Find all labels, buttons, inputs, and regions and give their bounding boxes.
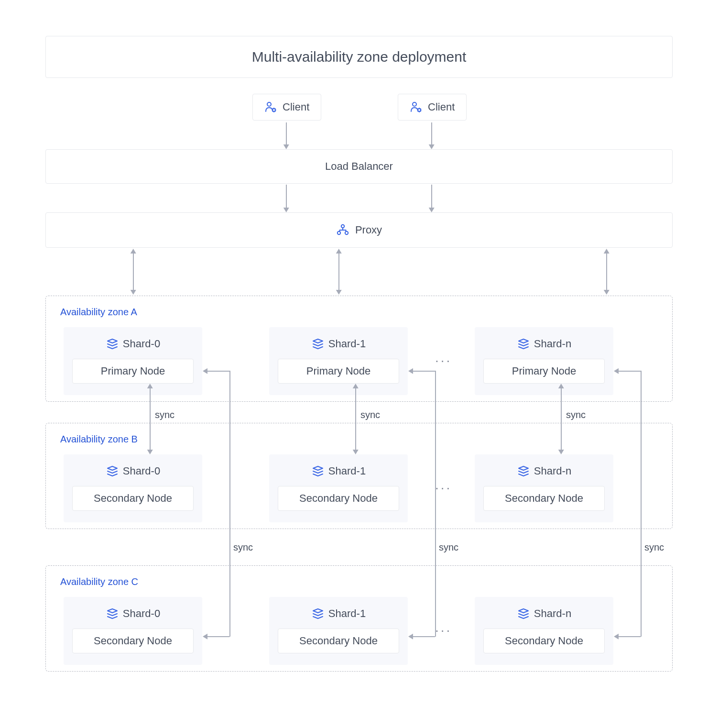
- zone-c-shard-n: Shard-n Secondary Node: [475, 597, 613, 665]
- arrow-head-down-icon: [353, 450, 359, 454]
- arrow-head-left-icon: [614, 368, 619, 374]
- secondary-node-card: Secondary Node: [72, 486, 194, 511]
- arrow-head-up-icon: [604, 249, 610, 254]
- shard-label: Shard-n: [534, 338, 571, 350]
- arrow-line: [435, 371, 436, 637]
- arrow-head-left-icon: [614, 634, 619, 640]
- ellipsis-icon: ···: [435, 623, 452, 638]
- shard-label: Shard-0: [123, 465, 160, 477]
- load-balancer-label: Load Balancer: [325, 160, 393, 173]
- arrow-head-down-icon: [147, 450, 153, 454]
- zone-a-label: Availability zone A: [60, 307, 137, 318]
- shard-icon: [517, 338, 529, 350]
- shard-icon: [517, 465, 529, 477]
- arrow-head-left-icon: [203, 368, 207, 374]
- ellipsis-icon: ···: [435, 480, 452, 496]
- sync-label: sync: [233, 542, 253, 553]
- zone-c-shard-0: Shard-0 Secondary Node: [64, 597, 202, 665]
- ellipsis-icon: ···: [435, 353, 452, 368]
- shard-label: Shard-n: [534, 465, 571, 477]
- arrow-line: [618, 371, 641, 372]
- arrow-line: [207, 371, 229, 372]
- secondary-node-card: Secondary Node: [278, 629, 399, 653]
- arrow-line: [606, 253, 607, 291]
- zone-b-shard-1: Shard-1 Secondary Node: [269, 454, 408, 522]
- sync-label: sync: [439, 542, 458, 553]
- sync-label: sync: [360, 409, 380, 420]
- arrow-head-left-icon: [408, 368, 413, 374]
- node-role-label: Primary Node: [101, 365, 165, 377]
- node-role-label: Secondary Node: [299, 635, 378, 647]
- arrow-head-up-icon: [147, 384, 153, 388]
- arrow-head-up-icon: [558, 384, 564, 388]
- sync-label: sync: [566, 409, 586, 420]
- arrow-head-down-icon: [604, 290, 610, 295]
- arrow-head-down-icon: [429, 208, 435, 212]
- proxy-box: Proxy: [45, 212, 673, 248]
- arrow-line: [338, 253, 339, 291]
- arrow-head-left-icon: [408, 634, 413, 640]
- shard-icon: [311, 465, 324, 477]
- client-box-2: Client: [398, 94, 467, 121]
- title-banner: Multi-availability zone deployment: [45, 36, 673, 78]
- primary-node-card: Primary Node: [483, 359, 605, 384]
- shard-icon: [106, 338, 118, 350]
- arrow-line: [229, 371, 230, 637]
- proxy-icon: [336, 223, 349, 237]
- arrow-head-left-icon: [203, 634, 207, 640]
- arrow-line: [618, 636, 641, 637]
- arrow-line: [286, 122, 287, 145]
- arrow-line: [150, 387, 151, 451]
- shard-icon: [106, 607, 118, 620]
- secondary-node-card: Secondary Node: [483, 486, 605, 511]
- arrow-head-down-icon: [336, 290, 342, 295]
- shard-icon: [517, 607, 529, 620]
- proxy-label: Proxy: [355, 224, 382, 236]
- secondary-node-card: Secondary Node: [72, 629, 194, 653]
- node-role-label: Secondary Node: [299, 492, 378, 504]
- secondary-node-card: Secondary Node: [278, 486, 399, 511]
- client-icon: [264, 101, 277, 113]
- shard-icon: [311, 607, 324, 620]
- zone-a-shard-1: Shard-1 Primary Node: [269, 327, 408, 395]
- arrow-head-up-icon: [336, 249, 342, 254]
- client-icon: [410, 101, 422, 113]
- shard-label: Shard-0: [123, 338, 160, 350]
- zone-c-label: Availability zone C: [60, 576, 138, 587]
- node-role-label: Primary Node: [512, 365, 576, 377]
- load-balancer-box: Load Balancer: [45, 149, 673, 184]
- arrow-line: [412, 371, 435, 372]
- client-label: Client: [428, 101, 455, 113]
- shard-label: Shard-1: [328, 465, 366, 477]
- shard-label: Shard-0: [123, 607, 160, 620]
- arrow-line: [412, 636, 435, 637]
- zone-b-label: Availability zone B: [60, 434, 138, 445]
- shard-icon: [311, 338, 324, 350]
- sync-label: sync: [644, 542, 664, 553]
- arrow-head-down-icon: [429, 144, 435, 149]
- arrow-head-up-icon: [131, 249, 136, 254]
- client-label: Client: [283, 101, 309, 113]
- title-text: Multi-availability zone deployment: [252, 49, 467, 65]
- node-role-label: Secondary Node: [94, 635, 172, 647]
- zone-a-shard-n: Shard-n Primary Node: [475, 327, 613, 395]
- node-role-label: Primary Node: [306, 365, 370, 377]
- shard-label: Shard-1: [328, 338, 366, 350]
- node-role-label: Secondary Node: [505, 492, 583, 504]
- client-box-1: Client: [252, 94, 321, 121]
- shard-label: Shard-n: [534, 607, 571, 620]
- arrow-line: [355, 387, 356, 451]
- secondary-node-card: Secondary Node: [483, 629, 605, 653]
- primary-node-card: Primary Node: [72, 359, 194, 384]
- zone-c-shard-1: Shard-1 Secondary Node: [269, 597, 408, 665]
- arrow-line: [431, 122, 432, 145]
- zone-b-shard-0: Shard-0 Secondary Node: [64, 454, 202, 522]
- arrow-head-up-icon: [353, 384, 359, 388]
- arrow-head-down-icon: [558, 450, 564, 454]
- arrow-line: [641, 371, 642, 637]
- shard-icon: [106, 465, 118, 477]
- arrow-head-down-icon: [283, 208, 289, 212]
- zone-a-shard-0: Shard-0 Primary Node: [64, 327, 202, 395]
- sync-label: sync: [155, 409, 174, 420]
- shard-label: Shard-1: [328, 607, 366, 620]
